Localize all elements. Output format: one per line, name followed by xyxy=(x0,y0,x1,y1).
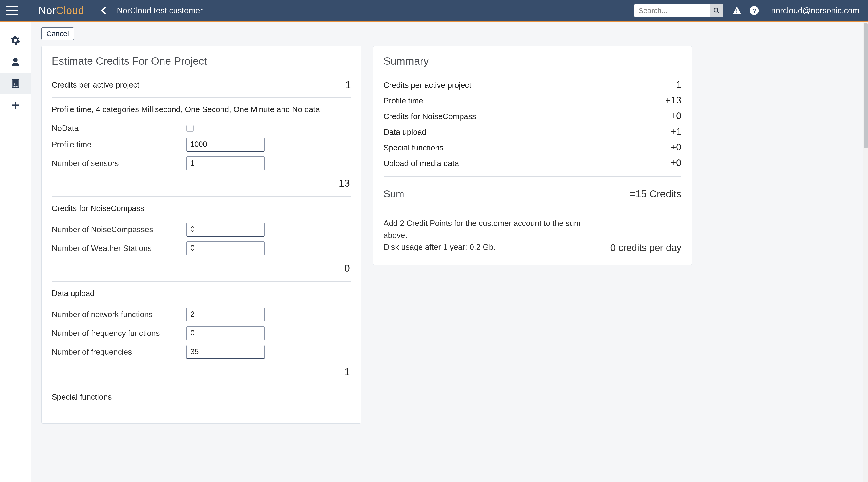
search xyxy=(634,4,723,17)
profile-subtotal: 13 xyxy=(339,178,350,189)
num-freq-input[interactable] xyxy=(186,345,265,359)
profile-time-input[interactable] xyxy=(186,138,265,151)
svg-point-14 xyxy=(17,84,18,84)
back-button[interactable] xyxy=(98,5,110,17)
calculator-icon xyxy=(10,79,21,89)
svg-rect-6 xyxy=(737,12,737,13)
svg-line-4 xyxy=(717,11,719,13)
num-noisecompasses-label: Number of NoiseCompasses xyxy=(52,225,186,234)
svg-rect-5 xyxy=(737,9,737,11)
summary-total: Sum =15 Credits xyxy=(383,184,681,204)
user-icon xyxy=(10,57,21,67)
search-button[interactable] xyxy=(710,4,723,17)
sidebar-item-settings[interactable] xyxy=(0,29,31,51)
summary-row: Credits per active project 1 xyxy=(383,77,681,92)
estimate-title: Estimate Credits For One Project xyxy=(52,55,351,67)
search-input[interactable] xyxy=(634,4,710,17)
sidebar-item-calculator[interactable] xyxy=(0,73,31,94)
main-content: Cancel Estimate Credits For One Project … xyxy=(31,22,868,482)
summary-value: +1 xyxy=(670,126,681,137)
summary-sum-value: =15 Credits xyxy=(629,188,681,200)
help-icon: ? xyxy=(749,6,759,16)
search-icon xyxy=(713,7,720,14)
brand-nor: Nor xyxy=(38,5,56,17)
plus-icon xyxy=(10,100,21,110)
summary-label: Special functions xyxy=(383,143,443,152)
svg-point-13 xyxy=(15,84,16,84)
cancel-button[interactable]: Cancel xyxy=(41,27,74,40)
svg-point-3 xyxy=(714,8,718,12)
alerts-button[interactable] xyxy=(732,6,742,16)
summary-note-1: Add 2 Credit Points for the customer acc… xyxy=(383,217,601,241)
dataupload-subtotal: 1 xyxy=(344,366,350,378)
svg-point-15 xyxy=(13,85,14,86)
summary-label: Credits for NoiseCompass xyxy=(383,112,476,121)
gear-icon xyxy=(10,35,21,45)
summary-value: +0 xyxy=(670,142,681,152)
sidebar xyxy=(0,22,31,482)
profile-description: Profile time, 4 categories Millisecond, … xyxy=(52,105,351,114)
svg-point-9 xyxy=(13,58,18,62)
summary-value: +13 xyxy=(665,95,681,106)
summary-row: Credits for NoiseCompass +0 xyxy=(383,108,681,124)
special-functions-header: Special functions xyxy=(52,393,351,402)
num-weather-input[interactable] xyxy=(186,242,265,255)
sidebar-item-user[interactable] xyxy=(0,51,31,73)
customer-name: NorCloud test customer xyxy=(117,6,203,15)
hamburger-icon xyxy=(6,5,18,16)
help-button[interactable]: ? xyxy=(749,6,759,16)
num-noisecompasses-input[interactable] xyxy=(186,223,265,236)
summary-value: 1 xyxy=(676,79,681,90)
sidebar-item-add[interactable] xyxy=(0,94,31,116)
num-network-fn-input[interactable] xyxy=(186,308,265,321)
summary-row: Data upload +1 xyxy=(383,124,681,139)
summary-row: Special functions +0 xyxy=(383,139,681,155)
svg-point-17 xyxy=(17,85,18,86)
nodata-label: NoData xyxy=(52,124,186,133)
num-weather-label: Number of Weather Stations xyxy=(52,244,186,253)
num-freq-fn-label: Number of frequency functions xyxy=(52,329,186,338)
noisecompass-subtotal: 0 xyxy=(344,262,350,274)
nodata-checkbox[interactable] xyxy=(186,125,193,132)
svg-text:?: ? xyxy=(752,7,756,15)
scrollbar-thumb[interactable] xyxy=(864,23,868,148)
number-sensors-input[interactable] xyxy=(186,157,265,170)
brand-logo[interactable]: NorCloud xyxy=(38,5,84,17)
noisecompass-header: Credits for NoiseCompass xyxy=(52,204,351,213)
summary-label: Upload of media data xyxy=(383,159,459,168)
summary-label: Data upload xyxy=(383,127,426,137)
num-freq-label: Number of frequencies xyxy=(52,347,186,357)
summary-label: Credits per active project xyxy=(383,81,471,90)
summary-row: Upload of media data +0 xyxy=(383,155,681,171)
menu-toggle[interactable] xyxy=(0,0,24,22)
credits-per-project-label: Credits per active project xyxy=(52,80,140,89)
summary-title: Summary xyxy=(383,55,681,67)
user-email[interactable]: norcloud@norsonic.com xyxy=(771,6,859,15)
summary-sum-label: Sum xyxy=(383,188,404,200)
credits-per-project-value: 1 xyxy=(345,79,351,91)
summary-row: Profile time +13 xyxy=(383,92,681,108)
num-freq-fn-input[interactable] xyxy=(186,326,265,340)
summary-card: Summary Credits per active project 1 Pro… xyxy=(373,46,692,265)
summary-value: +0 xyxy=(670,158,681,168)
dataupload-header: Data upload xyxy=(52,289,351,298)
warning-icon xyxy=(732,6,742,16)
number-sensors-label: Number of sensors xyxy=(52,159,186,168)
svg-point-16 xyxy=(15,85,16,86)
estimate-card: Estimate Credits For One Project Credits… xyxy=(41,46,361,424)
num-network-fn-label: Number of network functions xyxy=(52,310,186,319)
scrollbar-track[interactable] xyxy=(863,22,868,482)
svg-rect-11 xyxy=(13,81,18,82)
summary-label: Profile time xyxy=(383,96,423,105)
profile-time-label: Profile time xyxy=(52,140,186,149)
summary-note-2: Disk usage after 1 year: 0.2 Gb. xyxy=(383,241,601,253)
credits-per-day: 0 credits per day xyxy=(610,242,681,253)
chevron-left-icon xyxy=(98,5,110,17)
svg-point-12 xyxy=(13,84,14,84)
brand-cloud: Cloud xyxy=(56,5,84,17)
topbar: NorCloud NorCloud test customer ? norclo… xyxy=(0,0,868,22)
summary-value: +0 xyxy=(670,110,681,121)
